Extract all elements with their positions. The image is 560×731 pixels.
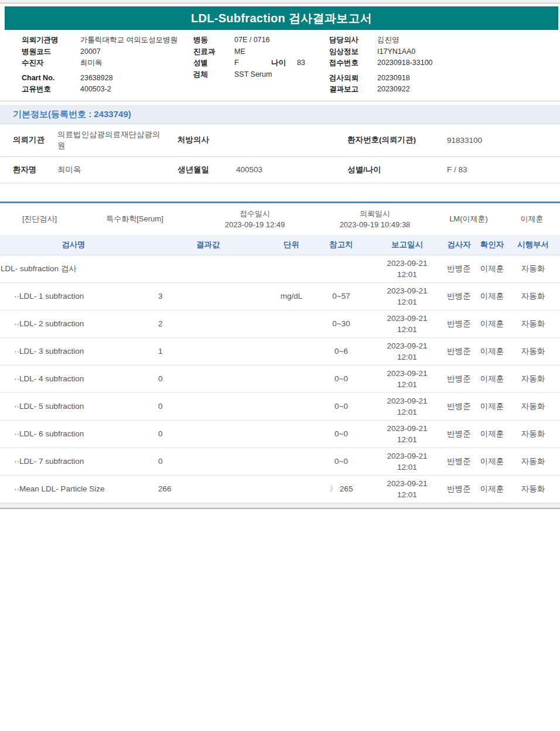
horizontal-scrollbar[interactable] — [0, 503, 560, 509]
field-value: 최미옥 — [57, 165, 177, 175]
report-title-bar: LDL-Subfraction 검사결과보고서 — [5, 6, 558, 30]
results-table-body: LDL- subfraction 검사 2023-09-21 12:01 반병준… — [0, 255, 560, 503]
field-value: 20007 — [80, 46, 101, 58]
test-name-cell: ··LDL- 3 subfraction — [0, 347, 146, 356]
reported-datetime-cell: 2023-09-21 12:01 — [369, 313, 445, 335]
field-label: 환자번호(의뢰기관) — [347, 135, 447, 145]
basic-info-section-title: 기본정보(등록번호 : 2433749) — [13, 109, 131, 120]
field-value: 의료법인삼광의료재단삼광의원 — [57, 129, 177, 151]
table-row: ··LDL- 3 subfraction 1 0~6 2023-09-21 12… — [0, 338, 560, 366]
table-row: ··Mean LDL- Particle Size 266 〉 265 2023… — [0, 476, 560, 503]
reference-range-cell: 0~0 — [313, 457, 369, 466]
field-value: 20230922 — [377, 84, 410, 95]
patient-header-right-column: 담당의사김진영 임상정보I17YN1AA0 접수번호20230918-33100… — [329, 35, 560, 95]
field-value: I17YN1AA0 — [377, 46, 415, 58]
tester-cell: 반병준 — [445, 456, 473, 467]
department-cell: 자동화 — [511, 401, 555, 412]
department-cell: 자동화 — [511, 346, 555, 357]
reported-datetime-cell: 2023-09-21 12:01 — [369, 423, 445, 445]
tester-cell: 반병준 — [445, 429, 473, 439]
field-value: 07E / 0716 — [234, 35, 269, 46]
reviewer-name: 이제훈 — [504, 213, 560, 224]
table-row: ··LDL- 5 subfraction 0 0~0 2023-09-21 12… — [0, 393, 560, 421]
receipt-datetime-cell: 접수일시 2023-09-19 12:49 — [193, 208, 316, 230]
ordering-institution-value: 의료법인삼광의료재단삼광의원 — [57, 129, 164, 151]
window-top-strip — [0, 0, 560, 4]
column-header-confirmer: 확인자 — [473, 240, 511, 250]
reported-datetime-cell: 2023-09-21 12:01 — [369, 368, 445, 390]
test-name-cell: ··LDL- 7 subfraction — [0, 457, 146, 466]
receipt-label: 접수일시 — [193, 208, 316, 219]
table-row: ··LDL- 4 subfraction 0 0~0 2023-09-21 12… — [0, 366, 560, 393]
reported-datetime: 2023-09-21 12:01 — [383, 450, 431, 473]
department-cell: 자동화 — [511, 429, 555, 439]
field-value: F / 83 — [447, 165, 560, 174]
test-name-cell: LDL- subfraction 검사 — [0, 264, 146, 274]
reported-datetime-cell: 2023-09-21 12:01 — [369, 258, 445, 280]
result-value-cell: 3 — [146, 292, 269, 300]
table-row: ··LDL- 1 subfraction 3 mg/dL 0~57 2023-0… — [0, 283, 560, 310]
field-label: 결과보고 — [329, 84, 377, 95]
reported-datetime-cell: 2023-09-21 12:01 — [369, 395, 445, 418]
table-row: ··LDL- 7 subfraction 0 0~0 2023-09-21 12… — [0, 448, 560, 476]
field-value: 91833100 — [447, 136, 560, 145]
table-row: LDL- subfraction 검사 2023-09-21 12:01 반병준… — [0, 255, 560, 283]
field-label: 처방의사 — [177, 135, 236, 145]
result-value-cell: 0 — [146, 429, 269, 438]
reference-range-cell: 0~0 — [313, 374, 369, 383]
field-value: 23638928 — [80, 73, 113, 84]
result-value-cell: 2 — [146, 319, 269, 328]
field-label: 나이 — [271, 57, 297, 69]
field-value: 가톨릭대학교 여의도성모병원 — [80, 35, 177, 46]
basic-info-section-bar: 기본정보(등록번호 : 2433749) — [0, 105, 560, 124]
reference-range-cell: 0~0 — [313, 402, 369, 411]
confirmer-cell: 이제훈 — [473, 374, 511, 384]
field-label: 성별/나이 — [347, 165, 447, 175]
tester-cell: 반병준 — [445, 374, 473, 384]
reported-datetime-cell: 2023-09-21 12:01 — [369, 340, 445, 363]
field-value: SST Serum — [234, 69, 272, 81]
result-value-cell: 0 — [146, 457, 269, 466]
reported-datetime: 2023-09-21 12:01 — [383, 395, 431, 418]
tester-cell: 반병준 — [445, 346, 473, 357]
department-cell: 자동화 — [511, 484, 555, 494]
reference-range-cell: 0~0 — [313, 429, 369, 438]
result-value-cell: 0 — [146, 402, 269, 411]
test-name-cell: ··Mean LDL- Particle Size — [0, 484, 146, 493]
test-name-cell: ··LDL- 6 subfraction — [0, 429, 146, 438]
lab-section: LM(이제훈) — [433, 213, 504, 224]
department-cell: 자동화 — [511, 264, 555, 274]
confirmer-cell: 이제훈 — [473, 456, 511, 467]
field-label: 의뢰기관명 — [22, 35, 80, 46]
order-category: [진단검사] — [0, 213, 76, 224]
confirmer-cell: 이제훈 — [473, 264, 511, 274]
field-label: 검체 — [193, 69, 234, 81]
reported-datetime: 2023-09-21 12:01 — [383, 313, 431, 335]
confirmer-cell: 이제훈 — [473, 401, 511, 412]
results-table-header: 검사명 결과값 단위 참고치 보고일시 검사자 확인자 시행부서 — [0, 235, 560, 255]
test-name-cell: ··LDL- 4 subfraction — [0, 374, 146, 383]
tester-cell: 반병준 — [445, 291, 473, 302]
patient-header-left-column: 의뢰기관명가톨릭대학교 여의도성모병원 병원코드20007 수진자최미옥 Cha… — [0, 35, 193, 95]
tester-cell: 반병준 — [445, 484, 473, 494]
receipt-datetime: 2023-09-19 12:49 — [193, 219, 316, 230]
confirmer-cell: 이제훈 — [473, 319, 511, 329]
tester-cell: 반병준 — [445, 401, 473, 412]
field-value: 20230918 — [377, 73, 410, 84]
field-label: 고유번호 — [22, 84, 80, 95]
column-header-unit: 단위 — [269, 240, 313, 250]
column-header-tester: 검사자 — [445, 240, 473, 250]
reported-datetime: 2023-09-21 12:01 — [383, 478, 431, 500]
field-value: 최미옥 — [80, 57, 103, 69]
confirmer-cell: 이제훈 — [473, 484, 511, 494]
column-header-test-name: 검사명 — [0, 240, 146, 250]
confirmer-cell: 이제훈 — [473, 346, 511, 357]
test-name-cell: ··LDL- 2 subfraction — [0, 319, 146, 328]
divider-line — [0, 101, 560, 101]
spacer — [0, 183, 560, 201]
field-value: 83 — [297, 57, 305, 69]
reported-datetime: 2023-09-21 12:01 — [383, 340, 431, 363]
request-datetime-cell: 의뢰일시 2023-09-19 10:49:38 — [316, 208, 433, 230]
confirmer-cell: 이제훈 — [473, 291, 511, 302]
request-datetime: 2023-09-19 10:49:38 — [316, 219, 433, 230]
